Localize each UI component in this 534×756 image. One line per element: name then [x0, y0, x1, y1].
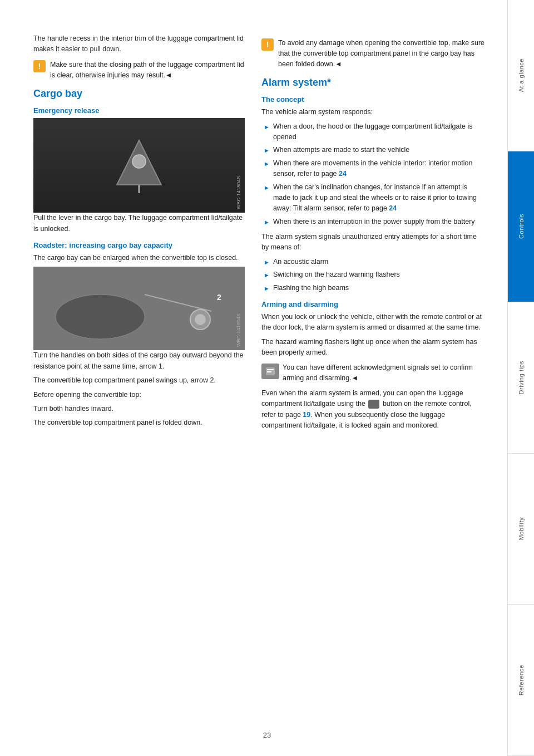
cargo-img2-svg: 2 — [33, 267, 245, 350]
bullet-text-3: When there are movements in the vehicle … — [273, 158, 485, 180]
sidebar-label-at-a-glance: At a glance — [518, 58, 525, 92]
note-svg-icon — [265, 366, 276, 376]
signal-text-3: Flashing the high beams — [273, 283, 349, 293]
signal-arrow-1: ► — [264, 258, 270, 267]
signal-arrow-2: ► — [264, 271, 270, 280]
arming-note-text: You can have different acknowledgment si… — [283, 362, 485, 384]
warning-icon-top: ! — [261, 38, 274, 51]
left-column: The handle recess in the interior trim o… — [33, 33, 245, 723]
sidebar-controls[interactable]: Controls — [508, 151, 534, 303]
bullet-4: ► When the car's inclination changes, fo… — [261, 182, 485, 214]
sidebar-at-a-glance[interactable]: At a glance — [508, 0, 534, 151]
roadster-image: 2 WBC-141804S — [33, 267, 245, 350]
warning-icon-1: ! — [33, 60, 46, 72]
roadster-turn: Turn both handles inward. — [33, 404, 245, 414]
emergency-release-caption: Pull the lever in the cargo bay. The lug… — [33, 213, 245, 234]
concept-subtitle: The concept — [261, 95, 485, 104]
signals-intro: The alarm system signals unauthorized en… — [261, 232, 485, 253]
warning-box-1: ! Make sure that the closing path of the… — [33, 60, 245, 81]
bullet-text-1: When a door, the hood or the luggage com… — [273, 121, 485, 143]
svg-rect-10 — [267, 369, 274, 370]
note-icon — [261, 364, 279, 379]
concept-intro: The vehicle alarm system responds: — [261, 107, 485, 117]
roadster-panel: The convertible top compartment panel is… — [33, 418, 245, 428]
bullet-5: ► When there is an interruption in the p… — [261, 217, 485, 227]
bullet-arrow-5: ► — [264, 218, 270, 227]
roadster-caption1: Turn the handles on both sides of the ca… — [33, 350, 245, 372]
arming-subtitle: Arming and disarming — [261, 300, 485, 308]
bullet-1: ► When a door, the hood or the luggage c… — [261, 121, 485, 143]
arming-text2: The hazard warning flashers light up onc… — [261, 337, 485, 359]
signal-arrow-3: ► — [264, 284, 270, 293]
bullet-arrow-2: ► — [264, 146, 270, 155]
roadster-subtitle: Roadster: increasing cargo bay capacity — [33, 241, 245, 249]
intro-text: The handle recess in the interior trim o… — [33, 33, 245, 55]
sidebar-reference[interactable]: Reference — [508, 605, 534, 756]
bullet-arrow-1: ► — [264, 122, 270, 132]
arming-text3: Even when the alarm system is armed, you… — [261, 388, 485, 431]
page-container: The handle recess in the interior trim o… — [0, 0, 534, 756]
page-number: 23 — [263, 731, 271, 739]
bullet-arrow-3: ► — [264, 159, 270, 169]
signal-3: ► Flashing the high beams — [261, 283, 485, 293]
image2-watermark: WBC-141804S — [236, 313, 241, 347]
remote-button-icon — [368, 400, 379, 409]
emergency-release-image: WBC-141804S — [33, 118, 245, 213]
svg-point-4 — [56, 294, 145, 339]
svg-point-7 — [195, 314, 206, 325]
cargo-img1-svg — [111, 129, 167, 202]
svg-point-1 — [132, 155, 146, 168]
warning-text-1: Make sure that the closing path of the l… — [50, 60, 245, 81]
arming-text1: When you lock or unlock the vehicle, eit… — [261, 312, 485, 333]
right-column: ! To avoid any damage when opening the c… — [261, 33, 485, 723]
svg-rect-11 — [267, 371, 271, 372]
signal-1: ► An acoustic alarm — [261, 257, 485, 267]
emergency-release-subtitle: Emergency release — [33, 106, 245, 115]
alarm-system-title: Alarm system* — [261, 77, 485, 89]
bullet-3: ► When there are movements in the vehicl… — [261, 158, 485, 180]
bullet-2: ► When attempts are made to start the ve… — [261, 145, 485, 155]
image1-watermark: WBC-141804S — [236, 176, 241, 209]
signal-text-2: Switching on the hazard warning flashers — [273, 269, 400, 280]
signal-text-1: An acoustic alarm — [273, 257, 328, 267]
concept-bullets-list: ► When a door, the hood or the luggage c… — [261, 121, 485, 227]
sidebar-mobility[interactable]: Mobility — [508, 454, 534, 605]
cargo-bay-title: Cargo bay — [33, 88, 245, 100]
sidebar-label-controls: Controls — [518, 214, 525, 239]
sidebar-driving-tips[interactable]: Driving tips — [508, 302, 534, 454]
bullet-text-5: When there is an interruption in the pow… — [273, 217, 475, 227]
arming-note-box: You can have different acknowledgment si… — [261, 362, 485, 384]
svg-text:2: 2 — [217, 293, 221, 302]
bullet-text-4: When the car's inclination changes, for … — [273, 182, 485, 214]
roadster-before: Before opening the convertible top: — [33, 390, 245, 400]
bullet-text-2: When attempts are made to start the vehi… — [273, 145, 409, 155]
sidebar-label-reference: Reference — [518, 665, 525, 695]
warning-text-top: To avoid any damage when opening the con… — [278, 38, 485, 69]
roadster-caption2: The convertible top compartment panel sw… — [33, 375, 245, 386]
main-content: The handle recess in the interior trim o… — [0, 0, 507, 756]
sidebar: At a glance Controls Driving tips Mobili… — [507, 0, 534, 756]
roadster-text1: The cargo bay can be enlarged when the c… — [33, 253, 245, 263]
sidebar-label-driving-tips: Driving tips — [518, 361, 525, 394]
signal-2: ► Switching on the hazard warning flashe… — [261, 269, 485, 280]
bullet-arrow-4: ► — [264, 183, 270, 193]
signals-list: ► An acoustic alarm ► Switching on the h… — [261, 257, 485, 293]
sidebar-label-mobility: Mobility — [518, 517, 525, 540]
warning-box-top: ! To avoid any damage when opening the c… — [261, 38, 485, 69]
